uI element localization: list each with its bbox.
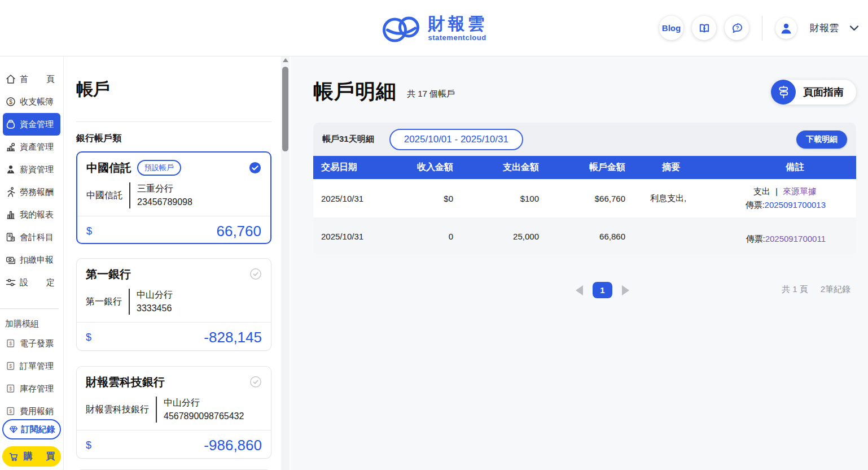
source-document-link[interactable]: 來源單據 [783,186,817,196]
sidebar-item-label: 我的報表 [20,210,54,220]
note-separator: | [775,186,778,196]
bank-accounts-section-label: 銀行帳戶類 [76,133,271,145]
sidebar-item-withholding[interactable]: 扣繳申報 [3,249,60,271]
account-balance: -986,860 [204,437,262,454]
account-number: 23456789098 [137,195,192,209]
cart-icon [8,451,19,462]
payroll-person-icon [5,164,16,175]
check-circle-icon[interactable] [249,162,261,174]
sliders-icon [5,277,16,288]
page-guide-button[interactable]: 頁面指南 [771,80,856,105]
sidebar-item-einvoice[interactable]: $ 電子發票 [3,332,60,355]
cell-balance: 66,860 [546,232,632,241]
sidebar-item-settings[interactable]: 設定 [3,271,60,294]
subscription-records-button[interactable]: 訂閱紀錄 [2,419,61,439]
sidebar-item-assets[interactable]: 資產管理 [3,136,60,158]
date-range-value: 2025/10/01 - 2025/10/31 [404,134,508,145]
sidebar-item-labor[interactable]: 勞務報酬 [3,181,60,203]
sidebar-item-label: 扣繳申報 [20,255,54,266]
invoice-icon: $ [5,338,16,349]
tutorial-button[interactable] [692,16,716,40]
money-bag-icon [5,119,16,130]
assets-chart-icon [5,141,16,153]
svg-text:$: $ [9,386,12,391]
sidebar-item-home[interactable]: 首頁 [3,68,60,90]
app-logo[interactable]: 財報雲 statementcloud [381,11,488,45]
addon-list: $ 電子發票 $ 訂單管理 $ 庫存管理 $ 費用報銷 [0,332,63,418]
subscribe-label: 訂閱紀錄 [21,424,55,435]
cell-income: $0 [415,194,460,203]
voucher-number-link[interactable]: 2025091700011 [765,234,826,243]
scrollbar-thumb[interactable] [282,67,288,151]
invoice-icon: $ [5,360,16,372]
user-avatar[interactable] [775,18,797,39]
table-row: 2025/10/31 0 25,000 66,860 傳票:2025091700… [313,217,856,255]
col-header-summary: 摘要 [632,162,734,173]
voucher-label: 傳票: [745,200,764,210]
help-button[interactable]: ? [725,16,749,40]
sidebar-divider [0,308,59,309]
cell-date: 2025/10/31 [313,194,415,203]
signpost-icon [771,80,796,105]
vertical-divider [129,289,130,315]
default-account-badge: 預設帳戶 [137,160,181,176]
sidebar-item-inventory[interactable]: $ 庫存管理 [3,377,60,400]
person-icon [779,21,794,36]
check-circle-icon[interactable] [249,268,262,280]
account-number: 4567890098765432 [164,410,244,423]
date-range-input[interactable]: 2025/10/01 - 2025/10/31 [389,129,523,150]
account-number: 3333456 [137,302,173,315]
total-records-text: 2筆紀錄 [821,284,851,295]
banknote-icon [5,254,16,266]
page-number-button[interactable]: 1 [593,282,612,298]
addon-section-header: 加購模組 [5,319,63,329]
chevron-down-icon[interactable] [849,25,859,32]
svg-text:$: $ [9,341,12,346]
currency-symbol: $ [86,332,91,343]
sidebar-item-reports[interactable]: 我的報表 [3,203,60,226]
header-divider [762,16,762,41]
cell-summary: 利息支出, [632,193,734,204]
detail-filter-label: 帳戶31天明細 [322,134,374,145]
vertical-divider [129,182,130,208]
bank-name: 中國信託 [86,190,122,202]
sidebar-item-ledger[interactable]: $ 收支帳簿 [3,90,60,113]
account-card-first-bank[interactable]: 第一銀行 第一銀行 中山分行 3333456 $ -828,145 [76,258,271,351]
svg-text:$: $ [9,408,12,414]
voucher-number-link[interactable]: 2025091700013 [765,200,826,210]
accounts-panel: 帳戶 銀行帳戶類 中國信託 預設帳戶 中國信託 三重分行 23456789098 [64,56,291,470]
download-detail-button[interactable]: 下載明細 [796,130,847,149]
bank-name: 財報雲科技銀行 [86,404,149,416]
account-card-statementcloud-bank[interactable]: 財報雲科技銀行 財報雲科技銀行 中山分行 4567890098765432 $ … [76,366,271,459]
table-row: 2025/10/31 $0 $100 $66,760 利息支出, 支出 | 來源… [313,179,856,217]
blog-button[interactable]: Blog [659,16,683,40]
next-page-arrow[interactable] [622,285,629,295]
sidebar-item-funds[interactable]: 資金管理 [3,113,60,136]
col-header-expense: 支出金額 [460,162,546,173]
book-play-icon [698,21,711,35]
account-name: 財報雲科技銀行 [86,375,165,390]
sidebar-item-label: 資金管理 [20,119,54,130]
cell-expense: 25,000 [460,232,546,241]
buy-button[interactable]: 購買 [2,446,61,467]
svg-text:$: $ [9,363,12,369]
sidebar-item-payroll[interactable]: 薪資管理 [3,158,60,181]
sidebar-item-label: 電子發票 [20,338,54,349]
check-circle-icon[interactable] [249,376,262,388]
sidebar-item-accounting[interactable]: 會計科目 [3,226,60,249]
col-header-date: 交易日期 [313,162,415,173]
scroll-up-arrow[interactable] [283,58,288,62]
blog-label: Blog [662,23,681,33]
account-card-ctbc[interactable]: 中國信託 預設帳戶 中國信託 三重分行 23456789098 $ 66,760 [76,151,271,244]
sidebar-item-expense-claim[interactable]: $ 費用報銷 [3,400,60,418]
sidebar-item-label: 勞務報酬 [20,187,54,198]
diamond-icon [8,424,19,434]
account-name: 中國信託 [86,160,131,176]
col-header-balance: 帳戶金額 [546,162,632,173]
sidebar-item-label: 庫存管理 [20,384,54,394]
prev-page-arrow[interactable] [576,285,583,295]
accounts-scrollbar[interactable] [281,56,290,470]
branch-name: 三重分行 [137,182,192,195]
cloud-logo-icon [381,11,422,45]
sidebar-item-orders[interactable]: $ 訂單管理 [3,355,60,377]
